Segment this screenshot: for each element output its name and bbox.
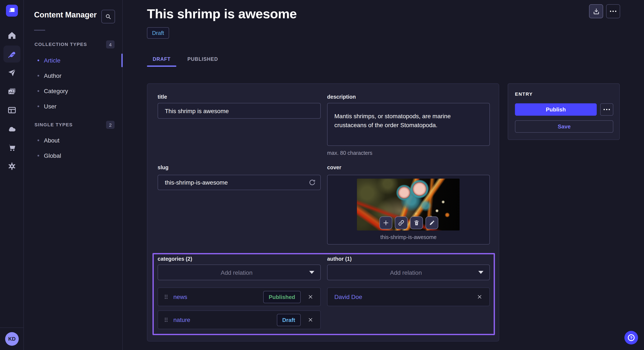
strapi-app: KD Content Manager COLLECTION TYPES 4 Ar…	[0, 0, 644, 350]
sidebar-item-category[interactable]: Category	[24, 83, 123, 99]
cloud-deploy-icon[interactable]	[4, 120, 20, 137]
entry-more-actions-button[interactable]	[600, 103, 613, 116]
categories-add-relation-combobox[interactable]: Add relation	[158, 265, 321, 280]
refresh-icon	[308, 178, 316, 186]
section-count-badge: 2	[106, 121, 114, 129]
media-library-icon[interactable]	[4, 83, 20, 100]
slug-field	[158, 175, 321, 190]
download-icon	[592, 7, 600, 15]
sidebar-item-article[interactable]: Article	[24, 53, 123, 68]
releases-icon[interactable]	[4, 64, 20, 81]
bullet-icon	[38, 155, 39, 157]
ellipsis-icon	[610, 11, 616, 12]
sidebar-item-global[interactable]: Global	[24, 148, 123, 163]
relation-link[interactable]: David Doe	[334, 293, 471, 300]
author-add-relation-combobox[interactable]: Add relation	[327, 265, 490, 280]
bullet-icon	[38, 75, 39, 77]
combobox-placeholder: Add relation	[334, 269, 478, 276]
caret-down-icon	[309, 271, 314, 274]
bullet-icon	[38, 59, 39, 61]
section-label: COLLECTION TYPES	[34, 42, 87, 47]
bullet-icon	[38, 140, 39, 141]
home-icon[interactable]	[4, 27, 20, 44]
active-item-indicator	[122, 54, 123, 67]
edit-media-button[interactable]	[426, 216, 438, 229]
drag-handle-icon[interactable]	[163, 294, 169, 300]
relation-status-badge: Published	[263, 291, 301, 303]
link-icon	[398, 219, 405, 226]
relation-link[interactable]: nature	[173, 316, 272, 323]
collection-types-header: COLLECTION TYPES 4	[24, 40, 123, 48]
settings-gear-icon[interactable]	[4, 158, 20, 175]
author-field-label: author (1)	[327, 256, 352, 262]
trash-icon	[413, 219, 420, 226]
delete-media-button[interactable]	[410, 216, 423, 229]
question-mark-icon: ?	[628, 334, 635, 341]
remove-relation-button[interactable]	[306, 292, 315, 302]
combobox-placeholder: Add relation	[164, 269, 309, 276]
caret-down-icon	[478, 271, 484, 274]
relation-link[interactable]: news	[173, 293, 259, 300]
strapi-logo-icon	[6, 5, 18, 16]
copy-link-button[interactable]	[395, 216, 408, 229]
sidebar-item-about[interactable]: About	[24, 133, 123, 148]
title-input[interactable]	[158, 103, 320, 118]
section-label: SINGLE TYPES	[34, 122, 72, 127]
slug-field-label: slug	[158, 165, 168, 171]
bullet-icon	[38, 90, 39, 92]
export-button[interactable]	[589, 4, 603, 18]
regenerate-slug-button[interactable]	[308, 178, 316, 186]
rail-footer: KD	[0, 328, 24, 350]
categories-field-label: categories (2)	[158, 256, 192, 262]
page-more-actions-button[interactable]	[606, 4, 620, 18]
content-type-builder-icon[interactable]	[4, 102, 20, 119]
version-tabs: DRAFT PUBLISHED	[147, 51, 229, 67]
drag-handle-icon[interactable]	[163, 317, 169, 323]
sidebar-item-label: Category	[44, 88, 68, 94]
user-avatar[interactable]: KD	[5, 332, 19, 346]
content-manager-icon[interactable]	[4, 45, 20, 62]
sidebar-item-user[interactable]: User	[24, 99, 123, 114]
edit-form-card: title description Mantis shrimps, or sto…	[147, 83, 499, 342]
remove-relation-button[interactable]	[306, 315, 315, 325]
slug-input[interactable]	[158, 175, 320, 190]
help-button[interactable]: ?	[624, 331, 638, 345]
content-manager-sidebar: Content Manager COLLECTION TYPES 4 Artic…	[24, 0, 123, 350]
single-types-list: About Global	[24, 133, 123, 163]
strapi-logo[interactable]	[6, 5, 18, 16]
sidebar-item-label: User	[44, 103, 56, 110]
entry-panel: ENTRY Publish Save	[508, 83, 620, 140]
cover-field: this-shrimp-is-awesome	[327, 175, 490, 245]
close-icon	[477, 294, 482, 299]
description-textarea[interactable]: Mantis shrimps, or stomatopods, are mari…	[327, 103, 490, 146]
relation-row-news: news Published	[158, 288, 321, 306]
title-field	[158, 103, 321, 119]
sidebar-item-label: Global	[44, 152, 61, 159]
sidebar-divider	[34, 30, 45, 31]
save-button[interactable]: Save	[515, 120, 613, 133]
tab-draft[interactable]: DRAFT	[147, 51, 176, 67]
search-icon	[105, 13, 112, 20]
sidebar-item-author[interactable]: Author	[24, 68, 123, 83]
cover-field-label: cover	[327, 165, 342, 171]
icon-rail: KD	[0, 0, 24, 350]
relation-row-author: David Doe	[327, 288, 490, 306]
close-icon	[308, 294, 313, 299]
marketplace-cart-icon[interactable]	[4, 139, 20, 156]
entry-panel-title: ENTRY	[515, 91, 533, 97]
remove-relation-button[interactable]	[475, 292, 484, 302]
description-hint: max. 80 characters	[327, 150, 372, 156]
cover-actions	[380, 216, 438, 229]
relations-highlight-box: categories (2) Add relation news Publish…	[152, 253, 495, 335]
relation-row-nature: nature Draft	[158, 311, 321, 329]
bullet-icon	[38, 105, 39, 107]
publish-button[interactable]: Publish	[515, 103, 597, 116]
description-field-label: description	[327, 94, 356, 100]
sidebar-item-label: Author	[44, 72, 62, 79]
tab-published[interactable]: PUBLISHED	[176, 51, 229, 67]
sidebar-item-label: Article	[44, 57, 60, 64]
plus-icon	[382, 219, 389, 226]
add-media-button[interactable]	[380, 216, 392, 229]
search-button[interactable]	[101, 10, 115, 23]
collection-types-list: Article Author Category User	[24, 53, 123, 114]
